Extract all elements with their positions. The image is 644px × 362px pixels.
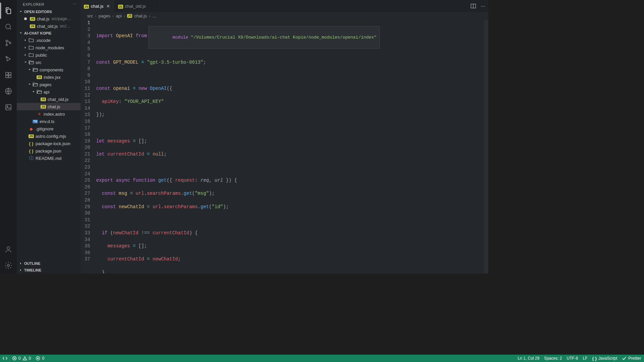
tab-bar: JS chat.js ✕ JS chat_old.js ✕ ⋯ [80,0,488,12]
info-icon: ⓘ [28,155,34,161]
section-outline[interactable]: OUTLINE [17,260,80,267]
folder-open-icon [32,81,38,87]
file-item[interactable]: { }package-lock.json [17,140,80,147]
js-icon: JS [40,96,46,102]
js-file-icon: JS [127,14,132,18]
activity-image-icon[interactable] [0,99,16,115]
section-project[interactable]: AI-CHAT KOPIE [17,30,80,37]
svg-rect-5 [6,72,8,75]
file-item[interactable]: JSchat.js [17,103,80,110]
open-editor-label: chat_old.js [37,24,58,29]
editor-content[interactable]: module "/Volumes/Crucial X8/Downloads/ai… [96,20,488,274]
tree-item-label: env.d.ts [40,119,55,124]
tree-item-label: astro.config.mjs [36,134,66,139]
editor[interactable]: 1234567891011121314151617181920212223242… [80,20,488,274]
unsaved-dot-icon [24,17,27,20]
tab-label: chat_old.js [125,4,146,9]
tree-item-label: chat.js [48,104,60,109]
tree-item-label: package-lock.json [36,141,70,146]
close-icon[interactable]: ✕ [106,3,111,9]
section-open-editors[interactable]: OPEN EDITORS [17,8,80,15]
folder-item[interactable]: public [17,51,80,59]
spacer [27,119,32,124]
minimap[interactable] [484,20,488,274]
svg-rect-6 [6,75,8,78]
spacer [23,148,28,154]
spacer [23,156,28,161]
js-file-icon: JS [118,4,123,9]
activity-extensions-icon[interactable] [0,67,16,83]
js-icon: JS [40,104,46,110]
file-item[interactable]: JSindex.jsx [17,73,80,81]
open-editor-item[interactable]: JS chat_old.js src/… [17,22,80,30]
file-item[interactable]: ◆.gitignore [17,125,80,132]
chevron-right-icon [23,52,28,58]
folder-icon [28,45,34,51]
js-icon: JS [28,133,34,139]
activity-search-icon[interactable] [0,19,16,35]
folder-icon [28,52,34,58]
file-item[interactable]: TSenv.d.ts [17,118,80,125]
tree-item-label: api [44,89,49,95]
hover-keyword: module [172,35,188,40]
breadcrumb-item[interactable]: … [152,13,157,18]
tree-item-label: src [36,60,41,65]
folder-item[interactable]: components [17,66,80,73]
file-item[interactable]: JSastro.config.mjs [17,132,80,140]
folder-item[interactable]: .vscode [17,37,80,44]
more-actions-icon[interactable]: ⋯ [481,4,485,9]
file-item[interactable]: ≡index.astro [17,110,80,118]
folder-item[interactable]: src [17,59,80,66]
ts-icon: TS [32,118,38,124]
tree-item-label: index.jsx [44,75,61,80]
folder-item[interactable]: api [17,88,80,96]
chevron-right-icon: › [112,13,114,18]
spacer [23,133,28,139]
breadcrumb[interactable]: src › pages › api › JS chat.js › … [80,12,488,20]
jsx-icon: JS [36,74,42,80]
activity-account-icon[interactable] [0,241,16,257]
svg-point-1 [6,40,8,42]
project-label: AI-CHAT KOPIE [24,31,52,35]
sidebar-more-icon[interactable]: ⋯ [73,2,77,6]
file-item[interactable]: ⓘREADME.md [17,155,80,162]
tree-item-label: .gitignore [36,126,53,131]
chevron-down-icon [18,9,23,14]
tree-item-label: components [40,67,63,72]
tree-item-label: chat_old.js [48,97,68,102]
activity-explorer-icon[interactable] [0,3,16,19]
split-editor-icon[interactable] [471,3,476,9]
file-item[interactable]: { }package.json [17,147,80,155]
breadcrumb-item[interactable]: src [87,13,93,18]
chevron-right-icon: › [149,13,150,18]
chevron-right-icon [23,45,28,50]
tab-chat-old-js[interactable]: JS chat_old.js ✕ [115,0,157,12]
tree-item-label: package.json [36,148,61,154]
outline-label: OUTLINE [24,261,40,265]
open-editor-item[interactable]: JS chat.js src/page… [17,15,80,22]
activity-settings-icon[interactable] [0,257,16,274]
file-item[interactable]: JSchat_old.js [17,96,80,103]
js-file-icon: JS [30,16,36,22]
section-timeline[interactable]: TIMELINE [17,267,80,274]
breadcrumb-item[interactable]: chat.js [134,13,147,18]
svg-point-11 [7,106,8,107]
activity-remote-icon[interactable] [0,83,16,99]
chevron-down-icon [27,82,32,87]
folder-item[interactable]: node_modules [17,44,80,51]
tree-item-label: node_modules [36,45,64,50]
line-number-gutter: 1234567891011121314151617181920212223242… [80,20,96,274]
breadcrumb-item[interactable]: api [116,13,121,18]
folder-item[interactable]: pages [17,81,80,88]
folder-icon [28,37,34,43]
breadcrumb-item[interactable]: pages [99,13,110,18]
activity-debug-icon[interactable] [0,51,16,67]
chevron-right-icon: › [95,13,96,18]
svg-rect-8 [9,72,11,75]
js-file-icon: JS [30,23,36,29]
activity-scm-icon[interactable] [0,35,16,51]
tab-chat-js[interactable]: JS chat.js ✕ [80,0,115,12]
tree-item-label: pages [40,82,51,87]
tree-item-label: README.md [36,156,61,161]
tree-item-label: index.astro [44,112,65,117]
